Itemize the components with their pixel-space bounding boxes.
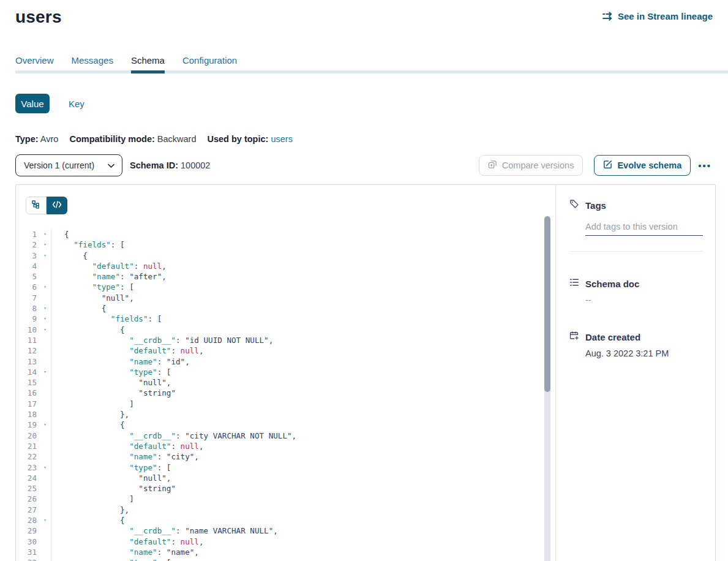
tab-overview[interactable]: Overview (15, 55, 54, 73)
code-line: 26 ] (16, 494, 555, 504)
fold-spacer (39, 399, 51, 409)
tab-schema[interactable]: Schema (131, 55, 165, 73)
compare-versions-icon (488, 160, 497, 171)
scrollbar-thumb[interactable] (544, 216, 550, 392)
more-actions-button[interactable]: ••• (697, 157, 713, 175)
fold-toggle-icon[interactable]: ▾ (39, 557, 51, 561)
line-number: 29 (16, 525, 39, 536)
line-number: 20 (16, 431, 39, 441)
fold-spacer (39, 483, 51, 494)
line-number: 9 (16, 314, 39, 324)
line-number: 21 (16, 441, 39, 451)
fold-spacer (39, 261, 51, 271)
evolve-schema-label: Evolve schema (617, 160, 681, 170)
code-line-text: "type": [ (51, 462, 171, 473)
line-number: 22 (16, 451, 39, 462)
fold-toggle-icon[interactable]: ▾ (39, 229, 51, 239)
code-line-text: "fields": [ (51, 314, 162, 324)
line-number: 15 (16, 377, 39, 388)
code-line-text: { (51, 303, 106, 314)
fold-toggle-icon[interactable]: ▾ (39, 367, 51, 377)
fold-toggle-icon[interactable]: ▾ (39, 515, 51, 525)
line-number: 5 (16, 271, 39, 282)
code-line: 20 "__crdb__": "city VARCHAR NOT NULL", (16, 431, 555, 441)
tree-view-button[interactable] (26, 197, 47, 214)
code-editor: 1▾{2▾ "fields": [3▾ {4 "default": null,5… (16, 229, 555, 561)
code-line-text: "__crdb__": "city VARCHAR NOT NULL", (51, 431, 296, 441)
code-line: 23▾ "type": [ (16, 462, 555, 473)
code-line-text: { (51, 420, 125, 430)
code-line-text: "type": [ (51, 557, 171, 561)
line-number: 25 (16, 483, 39, 494)
schema-doc-title: Schema doc (585, 279, 639, 289)
fold-toggle-icon[interactable]: ▾ (39, 462, 51, 473)
line-number: 27 (16, 505, 39, 515)
fold-spacer (39, 335, 51, 345)
line-number: 31 (16, 547, 39, 557)
list-icon (569, 277, 579, 290)
tags-section: Tags (569, 199, 703, 252)
tree-view-icon (31, 200, 41, 211)
code-line: 30 "default": null, (16, 537, 555, 547)
code-line-text: }, (51, 409, 129, 420)
date-created-title: Date created (585, 332, 640, 342)
fold-toggle-icon[interactable]: ▾ (39, 239, 51, 250)
fold-spacer (39, 377, 51, 388)
topbar: users See in Stream lineage (15, 6, 713, 27)
scrollbar-track[interactable] (544, 216, 550, 561)
line-number: 18 (16, 409, 39, 420)
fold-spacer (39, 431, 51, 441)
tab-messages[interactable]: Messages (72, 55, 113, 73)
code-line-text: "default": null, (51, 537, 204, 547)
meta-compatibility: Compatibility mode: Backward (69, 134, 196, 144)
code-line: 25 "string" (16, 483, 555, 494)
version-select[interactable]: Version 1 (current) (15, 154, 122, 176)
code-line-text: "name": "id", (51, 356, 190, 367)
fold-toggle-icon[interactable]: ▾ (39, 314, 51, 324)
schema-sidebar: Tags Schema doc -- (556, 185, 715, 561)
meta-type: Type: Avro (15, 134, 58, 144)
fold-toggle-icon[interactable]: ▾ (39, 303, 51, 314)
line-number: 16 (16, 388, 39, 398)
line-number: 3 (16, 250, 39, 261)
fold-toggle-icon[interactable]: ▾ (39, 282, 51, 292)
fold-spacer (39, 345, 51, 356)
line-number: 4 (16, 261, 39, 271)
fold-toggle-icon[interactable]: ▾ (39, 420, 51, 430)
evolve-schema-button[interactable]: Evolve schema (594, 155, 691, 176)
fold-spacer (39, 293, 51, 303)
line-number: 17 (16, 399, 39, 409)
stream-lineage-icon (602, 12, 614, 21)
fold-toggle-icon[interactable]: ▾ (39, 250, 51, 261)
topic-users-link[interactable]: users (271, 134, 292, 144)
line-number: 19 (16, 420, 39, 430)
code-line: 6▾ "type": [ (16, 282, 555, 292)
code-line-text: "null", (51, 473, 171, 483)
key-toggle-link[interactable]: Key (69, 99, 84, 109)
code-line-text: "default": null, (51, 261, 167, 271)
code-line-text: "string" (51, 483, 176, 494)
line-number: 14 (16, 367, 39, 377)
fold-toggle-icon[interactable]: ▾ (39, 325, 51, 335)
fold-spacer (39, 505, 51, 515)
code-line: 13 "name": "id", (16, 356, 555, 367)
compare-versions-label: Compare versions (502, 160, 574, 170)
line-number: 32 (16, 557, 39, 561)
compare-versions-button[interactable]: Compare versions (479, 155, 584, 176)
stream-lineage-link[interactable]: See in Stream lineage (602, 11, 713, 21)
code-view-button[interactable] (47, 197, 67, 214)
fold-spacer (39, 388, 51, 398)
code-line: 11 "__crdb__": "id UUID NOT NULL", (16, 335, 555, 345)
value-toggle-button[interactable]: Value (15, 94, 50, 113)
code-line: 32▾ "type": [ (16, 557, 555, 561)
tags-title: Tags (585, 200, 606, 211)
tab-configuration[interactable]: Configuration (182, 55, 237, 73)
code-line: 8▾ { (16, 303, 555, 314)
line-number: 12 (16, 345, 39, 356)
line-number: 11 (16, 335, 39, 345)
code-line-text: "default": null, (51, 441, 204, 451)
code-line: 21 "default": null, (16, 441, 555, 451)
code-line: 14▾ "type": [ (16, 367, 555, 377)
add-tags-input[interactable] (585, 220, 703, 236)
tag-icon (569, 199, 579, 211)
